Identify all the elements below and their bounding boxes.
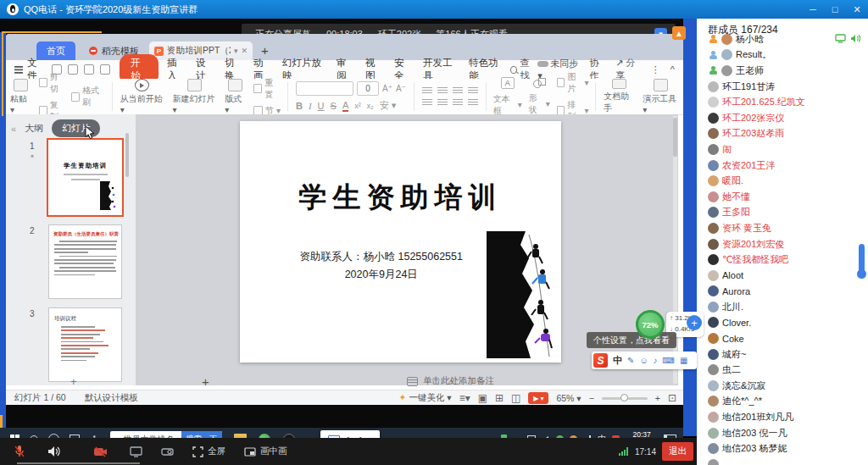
reading-view-icon[interactable]: ◫ xyxy=(511,392,520,404)
notes-view-icon[interactable]: ≡▾ xyxy=(459,392,470,404)
close-button[interactable]: ✕ xyxy=(846,0,868,19)
zoom-out-button[interactable]: − xyxy=(589,393,594,403)
font-size-select[interactable]: 0 xyxy=(357,81,379,96)
slideshow-play-button[interactable]: ▶ ▾ xyxy=(528,392,548,404)
canvas-scrollbar-thumb[interactable] xyxy=(673,118,677,157)
member-row[interactable]: 农资201王泮 xyxy=(697,158,868,174)
member-row[interactable]: Coke xyxy=(697,330,868,346)
justify-icon[interactable] xyxy=(468,99,478,107)
increase-font-icon[interactable]: A⁺ xyxy=(382,84,392,93)
align-center-icon[interactable] xyxy=(437,99,448,107)
picture-button[interactable]: 图片 ▾ xyxy=(557,71,589,95)
redo-icon[interactable] xyxy=(100,64,110,75)
play-from-current-button[interactable]: 从当前开始 ▾ xyxy=(116,79,169,114)
member-row[interactable]: 环工203赵孝雨 xyxy=(697,126,868,142)
notes-plus-button[interactable]: + xyxy=(202,374,209,389)
performance-ball[interactable]: 72% xyxy=(636,310,665,339)
member-row[interactable]: 北川. xyxy=(697,299,868,315)
fullscreen-button[interactable]: 全屏 xyxy=(192,446,225,457)
doc-helper-button[interactable]: 文档助手 xyxy=(599,79,638,114)
member-row[interactable]: 虫二 xyxy=(697,362,868,378)
font-family-select[interactable] xyxy=(296,81,353,96)
camera-off-button[interactable] xyxy=(94,446,108,457)
shapes-button[interactable]: 形状 ▾ xyxy=(529,92,550,116)
member-row[interactable]: 地信203 倪一凡 xyxy=(697,425,868,441)
notes-placeholder[interactable]: 单击此处添加备注 xyxy=(407,375,494,387)
member-row[interactable]: 迪伦*^_^* xyxy=(697,394,868,410)
bullets-icon[interactable] xyxy=(422,87,432,95)
font-color-button[interactable]: A xyxy=(342,100,348,112)
member-row[interactable] xyxy=(697,457,868,465)
zoom-in-button[interactable]: + xyxy=(655,393,660,403)
member-row[interactable]: 环工202张宗仪 xyxy=(697,110,868,126)
share-control-icon[interactable]: ▲ xyxy=(672,26,686,40)
design-template[interactable]: 默认设计模板 xyxy=(85,392,138,404)
beautify-button[interactable]: ✦ 一键美化 ▾ xyxy=(398,392,451,404)
member-row[interactable]: Clover. xyxy=(697,315,868,331)
microphone-muted-button[interactable] xyxy=(14,445,25,458)
indent-decrease-icon[interactable] xyxy=(453,87,463,95)
member-row[interactable]: 城府~ xyxy=(697,346,868,363)
ime-keyboard-icon[interactable]: ⌨ xyxy=(663,356,675,365)
maximize-button[interactable]: □ xyxy=(824,0,846,19)
minimize-button[interactable]: ─ xyxy=(802,0,824,19)
strikethrough-button[interactable]: S xyxy=(331,101,337,111)
speaker-button[interactable] xyxy=(47,446,60,457)
ime-voice-icon[interactable]: ♪ xyxy=(654,356,658,365)
underline-button[interactable]: U xyxy=(318,101,325,111)
superscript-button[interactable]: x² xyxy=(354,102,361,110)
sorter-view-icon[interactable]: ⊞ xyxy=(495,392,504,404)
phonetic-guide-button[interactable]: 安 ▾ xyxy=(380,99,397,112)
member-row[interactable]: 王多阳 xyxy=(697,205,868,221)
slide-canvas[interactable]: 学生资助培训 资助联系人：杨小晗 15255062551 2020年9月24日 xyxy=(240,121,561,363)
member-row[interactable]: 环工191甘涛 xyxy=(697,79,868,95)
present-tools-button[interactable]: 演示工具 ▾ xyxy=(638,79,683,114)
add-slide-button[interactable]: + xyxy=(70,375,77,388)
bold-button[interactable]: B xyxy=(296,101,303,111)
member-row[interactable]: Aloot xyxy=(697,268,868,284)
collapse-ribbon-icon[interactable]: ^ xyxy=(670,64,675,75)
member-row[interactable]: 地信203 杨梦妮 xyxy=(697,440,868,457)
paste-button[interactable]: 粘贴 ▾ xyxy=(6,79,36,114)
normal-view-icon[interactable]: ▣ xyxy=(478,392,487,404)
indent-increase-icon[interactable] xyxy=(468,87,478,95)
reset-button[interactable]: 重置 xyxy=(253,77,281,101)
ime-toolbar[interactable]: S 中 ✎ ☺ ♪ ⌨ ▦ xyxy=(592,352,697,369)
exit-call-button[interactable]: 退出 xyxy=(662,442,693,461)
member-row[interactable]: 王老师 xyxy=(697,63,868,79)
projector-button[interactable] xyxy=(161,446,174,457)
undo-icon[interactable] xyxy=(84,64,94,75)
share-screen-button[interactable] xyxy=(130,446,142,457)
format-painter-button[interactable]: 格式刷 xyxy=(71,85,104,108)
fit-slide-icon[interactable]: ⊡ xyxy=(668,392,676,404)
slide-thumbnail-2[interactable]: 资助委员（生活委员兼任）职责 xyxy=(48,224,122,299)
member-row[interactable]: 她不懂 xyxy=(697,189,868,205)
collapse-panel-icon[interactable]: « xyxy=(11,124,16,134)
ime-language-mode[interactable]: 中 xyxy=(613,354,622,367)
decrease-font-icon[interactable]: A⁻ xyxy=(396,84,406,93)
pip-button[interactable]: 画中画 xyxy=(244,446,287,457)
slide-thumbnail-1[interactable]: 学生资助培训 xyxy=(47,138,124,217)
print-icon[interactable] xyxy=(68,64,78,75)
member-scrollbar-knob[interactable] xyxy=(857,269,866,279)
member-row[interactable]: Aurora xyxy=(697,284,868,300)
zoom-level[interactable]: 65% ▾ xyxy=(556,393,581,403)
subscript-button[interactable]: x₂ xyxy=(367,102,374,110)
align-left-icon[interactable] xyxy=(422,99,432,107)
sogou-logo-icon[interactable]: S xyxy=(593,353,608,368)
member-row[interactable]: 闹 xyxy=(697,141,868,158)
slide-thumbnail-3[interactable]: 培训议程 xyxy=(48,307,122,382)
italic-button[interactable]: I xyxy=(309,101,312,111)
member-row[interactable]: ℃怪我都怪我吧 xyxy=(697,252,868,268)
member-row[interactable]: 地信201班刘凡凡 xyxy=(697,409,868,425)
member-row[interactable]: 淡忘&沉寂 xyxy=(697,378,868,394)
more-menu-icon[interactable]: ⋮ xyxy=(651,64,660,75)
zoom-slider-knob[interactable] xyxy=(620,394,628,401)
ime-emoji-icon[interactable]: ☺ xyxy=(639,356,648,365)
cut-button[interactable]: 剪切 xyxy=(39,71,64,95)
member-row[interactable]: 暖阳. xyxy=(697,173,868,189)
layout-button[interactable]: 版式 ▾ xyxy=(220,79,250,114)
new-slide-button[interactable]: 新建幻灯片 ▾ xyxy=(168,79,220,114)
outline-tab[interactable]: 大纲 xyxy=(25,122,43,135)
ime-pen-icon[interactable]: ✎ xyxy=(627,356,634,365)
